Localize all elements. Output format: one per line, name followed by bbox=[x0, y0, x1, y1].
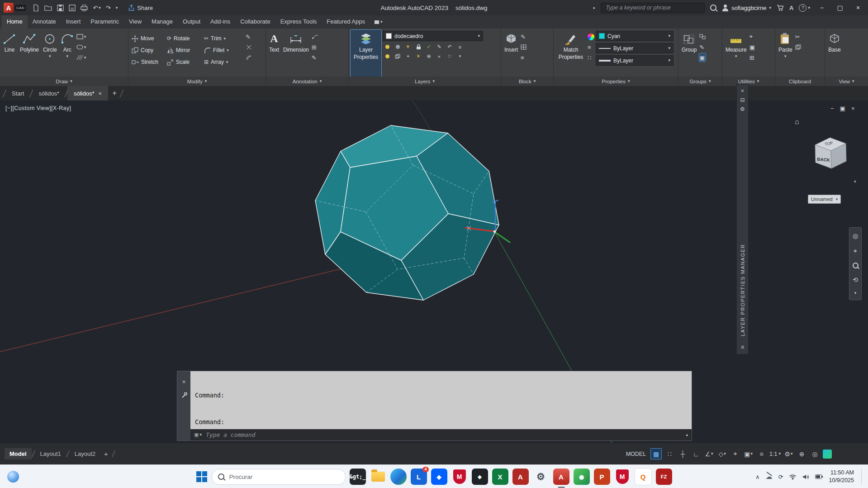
circle-flyout-icon[interactable]: ▾ bbox=[49, 54, 51, 58]
tab-collaborate[interactable]: Collaborate bbox=[235, 15, 275, 29]
palette-title[interactable]: LAYER PROPERTIES MANAGER bbox=[740, 244, 745, 336]
command-expand-icon[interactable]: ▴ bbox=[686, 433, 688, 437]
palette-close-icon[interactable]: × bbox=[741, 86, 744, 96]
properties-list-icon[interactable]: ≡ bbox=[588, 43, 594, 51]
layer-unisolate-icon[interactable] bbox=[383, 53, 392, 60]
taskbar-search-input[interactable] bbox=[228, 473, 339, 481]
panel-annotation-footer[interactable]: Annotation▾ bbox=[266, 77, 348, 86]
group-selection-toggle-icon[interactable]: ▣ bbox=[699, 53, 706, 62]
panel-groups-footer[interactable]: Groups▾ bbox=[678, 77, 722, 86]
panel-layers-footer[interactable]: Layers▾ bbox=[349, 77, 501, 86]
open-file-icon[interactable] bbox=[44, 5, 52, 11]
cut-icon[interactable]: ✂ bbox=[795, 33, 801, 41]
navigation-wheel-icon[interactable]: ◎ bbox=[853, 232, 858, 239]
green-app-icon[interactable]: ◉ bbox=[574, 469, 590, 485]
doc-minimize-icon[interactable]: − bbox=[830, 105, 834, 112]
copy-button[interactable]: Copy bbox=[130, 44, 165, 56]
new-layout-button[interactable]: + bbox=[100, 450, 112, 458]
maximize-button[interactable]: ▢ bbox=[834, 4, 846, 11]
command-close-icon[interactable]: × bbox=[182, 378, 186, 385]
leader-tool-icon[interactable] bbox=[312, 33, 318, 41]
annotation-scale-button[interactable]: 1:1▾ bbox=[769, 451, 781, 457]
table-tool-icon[interactable]: ⊞ bbox=[312, 43, 318, 51]
tab-featured-apps[interactable]: Featured Apps bbox=[322, 15, 370, 29]
file-tab-start[interactable]: Start bbox=[5, 86, 30, 100]
sync-icon[interactable]: ⟳ bbox=[778, 474, 783, 480]
panel-properties-footer[interactable]: Properties▾ bbox=[554, 77, 678, 86]
space-indicator[interactable]: MODEL bbox=[626, 451, 646, 457]
lineweight-toggle[interactable]: ≡ bbox=[756, 449, 767, 459]
palette-layers-icon[interactable]: ≡ bbox=[741, 343, 744, 352]
copy-clip-icon[interactable] bbox=[795, 43, 801, 51]
tab-view[interactable]: View bbox=[124, 15, 147, 29]
panel-clipboard-footer[interactable]: Clipboard bbox=[775, 77, 825, 86]
arc-flyout-icon[interactable]: ▾ bbox=[66, 54, 68, 58]
mcafee-icon-2[interactable]: M bbox=[614, 469, 631, 485]
new-drawing-tab-button[interactable]: + bbox=[108, 86, 121, 100]
command-input[interactable] bbox=[205, 431, 683, 439]
filezilla-icon[interactable]: FZ bbox=[656, 469, 672, 485]
account-menu[interactable]: sofiaggbcirne ▾ bbox=[722, 5, 771, 11]
tab-home[interactable]: Home bbox=[2, 15, 28, 29]
tab-express-tools[interactable]: Express Tools bbox=[275, 15, 322, 29]
text-style-tool-icon[interactable]: ✎ bbox=[312, 53, 318, 62]
tray-expand-icon[interactable]: ∧ bbox=[755, 474, 760, 480]
command-customize-icon[interactable] bbox=[181, 392, 187, 398]
mirror-button[interactable]: Mirror bbox=[166, 44, 202, 56]
viewcube-front-label[interactable]: BACK bbox=[817, 157, 830, 163]
doc-restore-icon[interactable]: ▣ bbox=[840, 105, 845, 112]
viewport-controls[interactable]: [−][Custom View][X-Ray] bbox=[5, 105, 71, 111]
rotate-button[interactable]: ⟳Rotate bbox=[166, 33, 202, 44]
panel-utilities-footer[interactable]: Utilities▾ bbox=[722, 77, 775, 86]
command-history[interactable]: Command: Command: Command: Command: Auto… bbox=[190, 371, 692, 429]
help-menu[interactable]: ? ▾ bbox=[799, 4, 810, 12]
undo-icon[interactable]: ↶▾ bbox=[93, 5, 100, 11]
dodecahedron-solid[interactable] bbox=[315, 125, 499, 300]
close-button[interactable]: × bbox=[852, 4, 864, 11]
keyword-search-input[interactable] bbox=[605, 4, 701, 11]
terminal-icon[interactable]: &gt;_ bbox=[350, 469, 366, 485]
layer-merge-icon[interactable]: ⊕ bbox=[424, 53, 433, 60]
layer-match-icon[interactable]: ✎ bbox=[435, 43, 444, 51]
layer-freeze-icon[interactable]: ☀ bbox=[403, 43, 413, 51]
cart-icon[interactable] bbox=[777, 5, 784, 11]
array-button[interactable]: ⊞Array▾ bbox=[203, 56, 244, 68]
linetype-dropdown[interactable]: ByLayer ▾ bbox=[596, 43, 674, 53]
excel-icon[interactable]: X bbox=[492, 469, 508, 485]
layer-walk-icon[interactable]: ⌖ bbox=[403, 53, 413, 60]
tab-addins[interactable]: Add-ins bbox=[205, 15, 235, 29]
color-wheel-icon[interactable] bbox=[588, 33, 594, 41]
file-tab-solidos-2[interactable]: sólidos* × bbox=[67, 86, 108, 100]
layer-isolate-icon[interactable] bbox=[393, 43, 402, 51]
pan-icon[interactable]: ⌖ bbox=[854, 247, 857, 255]
share-button[interactable]: Share bbox=[128, 5, 153, 11]
insert-button[interactable]: Insert bbox=[503, 30, 519, 77]
command-window-grip[interactable]: × bbox=[177, 371, 190, 440]
id-point-icon[interactable]: ⌖ bbox=[749, 33, 755, 41]
rectangle-tool-icon[interactable]: ▾ bbox=[76, 33, 86, 41]
dark-app-icon[interactable]: ◆ bbox=[472, 469, 488, 485]
dynamic-input-toggle[interactable]: ┼ bbox=[678, 449, 688, 459]
palette-properties-icon[interactable]: ⚙ bbox=[740, 105, 745, 114]
show-desktop-button[interactable] bbox=[861, 469, 863, 484]
plot-icon[interactable] bbox=[81, 5, 88, 11]
q-app-icon[interactable]: Q bbox=[635, 468, 652, 485]
explode-tool-icon[interactable] bbox=[246, 43, 252, 51]
layer-unsaved-state-icon[interactable]: ≡ bbox=[455, 43, 465, 51]
loop-app-icon[interactable]: L4 bbox=[411, 469, 427, 485]
ungroup-icon[interactable] bbox=[699, 33, 706, 41]
isolate-objects-button[interactable]: ◎ bbox=[810, 449, 820, 459]
search-expand-icon[interactable]: ▸ bbox=[593, 6, 596, 10]
ribbon-display-toggle[interactable]: ▾ bbox=[370, 15, 387, 29]
paste-button[interactable]: Paste ▾ bbox=[777, 30, 794, 77]
tab-manage[interactable]: Manage bbox=[147, 15, 178, 29]
define-attributes-icon[interactable]: ≡ bbox=[521, 53, 526, 62]
customize-qat-icon[interactable]: ▾ bbox=[116, 6, 118, 10]
ortho-mode-toggle[interactable]: ∟ bbox=[691, 449, 701, 459]
scale-button[interactable]: Scale bbox=[166, 56, 202, 68]
volume-icon[interactable] bbox=[802, 474, 809, 480]
group-button[interactable]: Group bbox=[680, 30, 698, 77]
layer-dropdown[interactable]: dodecaedro ▾ bbox=[383, 31, 483, 41]
palette-autohide-icon[interactable]: ⊟ bbox=[740, 96, 745, 105]
layer-lock-fade-icon[interactable]: ∷ bbox=[445, 53, 454, 60]
